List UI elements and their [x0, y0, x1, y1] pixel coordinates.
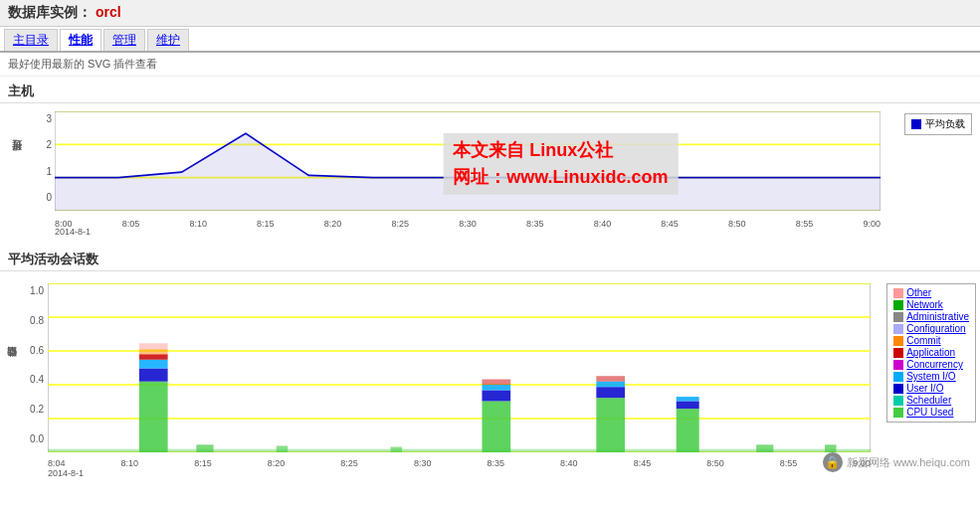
sess-x-840: 8:40 [560, 458, 578, 468]
wm-icon: 🔒 [823, 452, 843, 472]
legend-sched-label: Scheduler [906, 395, 951, 406]
svg-rect-14 [139, 369, 168, 382]
host-x-900: 9:00 [863, 219, 881, 229]
legend-app-color [893, 348, 903, 358]
svg-rect-18 [139, 343, 168, 348]
host-y-1: 1 [46, 166, 52, 177]
sessions-date: 2014-8-1 [48, 468, 84, 478]
tip-text: 最好使用最新的 SVG 插件查看 [8, 58, 157, 70]
legend-app-label: Application [906, 347, 955, 358]
host-legend-label: 平均负载 [925, 117, 965, 131]
sess-y-00: 0.0 [30, 433, 44, 444]
sess-x-830: 8:30 [414, 458, 432, 468]
sess-x-855: 8:55 [780, 458, 798, 468]
legend-sched-color [893, 396, 903, 406]
legend-admin-label: Administrative [906, 311, 969, 322]
bottom-wm-text: 新蛋网络 www.heiqu.com [847, 455, 970, 470]
host-x-815: 8:15 [257, 219, 275, 229]
legend-sysio-color [893, 372, 903, 382]
sess-y-02: 0.2 [30, 404, 44, 415]
sess-x-820: 8:20 [268, 458, 286, 468]
svg-rect-19 [482, 401, 510, 452]
sess-x-835: 8:35 [487, 458, 504, 468]
host-date: 2014-8-1 [55, 227, 91, 237]
host-y-3: 3 [46, 113, 52, 124]
nav-tab-management[interactable]: 管理 [103, 29, 145, 51]
host-legend: 平均负载 [904, 113, 972, 135]
svg-rect-13 [139, 382, 168, 452]
svg-rect-27 [677, 409, 699, 452]
sessions-legend: Other Network Administrative Configurati… [886, 283, 976, 423]
legend-sysio-label: System I/O [906, 371, 955, 382]
host-x-850: 8:50 [728, 219, 746, 229]
sessions-chart-container: 活动会话数 1.0 0.8 0.6 0.4 0.2 0.0 [0, 275, 980, 474]
legend-cpu-color [893, 408, 903, 418]
legend-scheduler: Scheduler [893, 395, 969, 406]
legend-admin-color [893, 312, 903, 322]
host-x-825: 8:25 [392, 219, 410, 229]
svg-rect-23 [596, 398, 625, 452]
watermark: 本文来自 Linux公社 网址：www.Linuxidc.com [443, 133, 678, 195]
svg-rect-6 [48, 283, 871, 452]
sess-x-810: 8:10 [121, 458, 139, 468]
legend-conc-label: Concurrency [906, 359, 963, 370]
header-prefix: 数据库实例： [8, 4, 92, 20]
legend-conc-color [893, 360, 903, 370]
svg-rect-29 [677, 397, 699, 401]
legend-concurrency: Concurrency [893, 359, 969, 370]
host-x-810: 8:10 [189, 219, 207, 229]
legend-configuration: Configuration [893, 323, 969, 334]
sess-y-04: 0.4 [30, 374, 44, 385]
legend-other: Other [893, 287, 969, 298]
legend-userio-color [893, 384, 903, 394]
sess-x-850: 8:50 [706, 458, 724, 468]
legend-cpuused: CPU Used [893, 407, 969, 418]
svg-rect-15 [139, 360, 168, 369]
svg-rect-22 [482, 380, 510, 385]
svg-rect-26 [596, 376, 625, 381]
svg-rect-25 [596, 382, 625, 387]
legend-config-color [893, 324, 903, 334]
legend-other-color [893, 288, 903, 298]
legend-application: Application [893, 347, 969, 358]
sess-y-06: 0.6 [30, 345, 44, 356]
svg-rect-17 [139, 349, 168, 354]
host-section-title: 主机 [0, 77, 980, 103]
watermark-line1: 本文来自 Linux公社 [453, 137, 668, 164]
legend-userio: User I/O [893, 383, 969, 394]
sess-x-815: 8:15 [194, 458, 212, 468]
nav-tab-home[interactable]: 主目录 [4, 29, 58, 51]
legend-commit-label: Commit [906, 335, 940, 346]
svg-rect-28 [677, 401, 699, 409]
legend-other-label: Other [906, 287, 931, 298]
legend-network: Network [893, 299, 969, 310]
legend-cpu-label: CPU Used [906, 407, 953, 418]
host-x-805: 8:05 [122, 219, 140, 229]
host-y-2: 2 [46, 139, 52, 150]
nav-bar: 主目录 性能 管理 维护 [0, 27, 980, 53]
sess-y-10: 1.0 [30, 285, 44, 296]
sessions-section-title: 平均活动会话数 [0, 245, 980, 271]
sess-x-825: 8:25 [340, 458, 358, 468]
watermark-line2: 网址：www.Linuxidc.com [453, 164, 668, 191]
svg-rect-20 [482, 390, 510, 401]
header-value: orcl [96, 4, 121, 20]
legend-userio-label: User I/O [906, 383, 943, 394]
legend-administrative: Administrative [893, 311, 969, 322]
host-y-0: 0 [46, 192, 52, 203]
nav-tab-performance[interactable]: 性能 [60, 29, 101, 51]
sessions-chart-svg [48, 283, 871, 452]
legend-commit-color [893, 336, 903, 346]
svg-rect-16 [139, 354, 168, 359]
legend-network-color [893, 300, 903, 310]
tip-bar: 最好使用最新的 SVG 插件查看 [0, 53, 980, 77]
host-x-830: 8:30 [459, 219, 477, 229]
bottom-watermark: 🔒 新蛋网络 www.heiqu.com [823, 452, 970, 472]
svg-rect-24 [596, 387, 625, 398]
host-chart-container: 可运行进程 3 2 1 0 8:00 8:05 8:10 8:15 8:20 8… [0, 103, 980, 233]
legend-config-label: Configuration [906, 323, 965, 334]
nav-tab-maintenance[interactable]: 维护 [147, 29, 189, 51]
legend-sysio: System I/O [893, 371, 969, 382]
sess-x-804: 8:04 [48, 458, 66, 468]
legend-commit: Commit [893, 335, 969, 346]
